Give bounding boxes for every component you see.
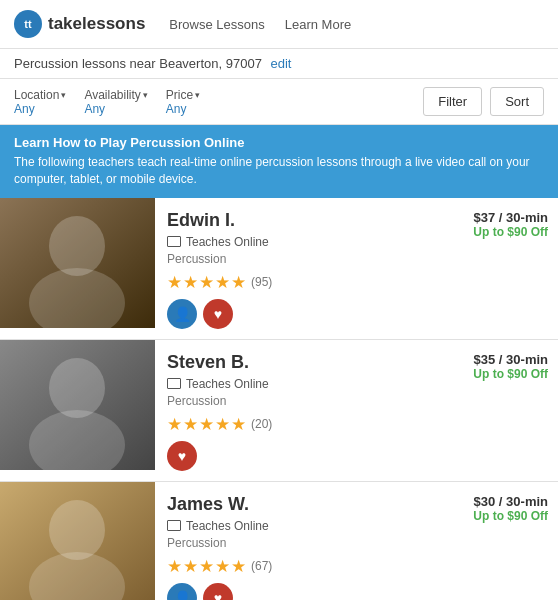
teacher-list: $37 / 30-min Up to $90 Off Edwin I. Teac… xyxy=(0,198,558,600)
location-filter-label: Location ▾ xyxy=(14,88,66,102)
contact-icon[interactable]: 👤 xyxy=(167,299,197,329)
stars-row: ★★★★★ (95) xyxy=(167,272,548,293)
teacher-price: $37 / 30-min xyxy=(473,210,548,225)
action-icons: 👤♥ xyxy=(167,583,548,600)
monitor-icon xyxy=(167,378,181,389)
teaches-online-label: Teaches Online xyxy=(186,377,269,391)
star-rating: ★★★★★ xyxy=(167,556,247,577)
svg-point-1 xyxy=(49,216,105,276)
teacher-card: $37 / 30-min Up to $90 Off Edwin I. Teac… xyxy=(0,198,558,340)
svg-point-7 xyxy=(49,500,105,560)
teacher-subject: Percussion xyxy=(167,536,548,550)
favorite-icon[interactable]: ♥ xyxy=(203,583,233,600)
teacher-photo-3[interactable] xyxy=(0,482,155,600)
availability-filter-label: Availability ▾ xyxy=(84,88,147,102)
teacher-discount: Up to $90 Off xyxy=(473,509,548,523)
teaches-online-label: Teaches Online xyxy=(186,235,269,249)
availability-filter[interactable]: Availability ▾ Any xyxy=(84,88,147,116)
teacher-photo-2[interactable] xyxy=(0,340,155,470)
review-count: (20) xyxy=(251,417,272,431)
banner-description: The following teachers teach real-time o… xyxy=(14,154,544,188)
info-banner: Learn How to Play Percussion Online The … xyxy=(0,125,558,198)
location-filter-value: Any xyxy=(14,102,66,116)
price-filter-value: Any xyxy=(166,102,200,116)
teacher-card: $30 / 30-min Up to $90 Off James W. Teac… xyxy=(0,482,558,600)
location-filter[interactable]: Location ▾ Any xyxy=(14,88,66,116)
filter-bar: Location ▾ Any Availability ▾ Any Price … xyxy=(0,79,558,125)
action-icons: ♥ xyxy=(167,441,548,471)
teacher-info-3: $30 / 30-min Up to $90 Off James W. Teac… xyxy=(155,482,558,600)
monitor-icon xyxy=(167,520,181,531)
header: tt takelessons Browse Lessons Learn More xyxy=(0,0,558,49)
contact-icon[interactable]: 👤 xyxy=(167,583,197,600)
edit-location-link[interactable]: edit xyxy=(271,56,292,71)
star-rating: ★★★★★ xyxy=(167,272,247,293)
monitor-icon xyxy=(167,236,181,247)
main-nav: Browse Lessons Learn More xyxy=(169,17,351,32)
price-filter-label: Price ▾ xyxy=(166,88,200,102)
favorite-icon[interactable]: ♥ xyxy=(167,441,197,471)
nav-browse-lessons[interactable]: Browse Lessons xyxy=(169,17,264,32)
stars-row: ★★★★★ (67) xyxy=(167,556,548,577)
logo-icon: tt xyxy=(14,10,42,38)
banner-title: Learn How to Play Percussion Online xyxy=(14,135,544,150)
price-chevron-icon: ▾ xyxy=(195,90,200,100)
teacher-info-1: $37 / 30-min Up to $90 Off Edwin I. Teac… xyxy=(155,198,558,339)
teacher-card: $35 / 30-min Up to $90 Off Steven B. Tea… xyxy=(0,340,558,482)
favorite-icon[interactable]: ♥ xyxy=(203,299,233,329)
teacher-price: $30 / 30-min xyxy=(473,494,548,509)
logo[interactable]: tt takelessons xyxy=(14,10,145,38)
action-icons: 👤♥ xyxy=(167,299,548,329)
filter-buttons: Filter Sort xyxy=(423,87,544,116)
teaches-online-label: Teaches Online xyxy=(186,519,269,533)
svg-point-4 xyxy=(49,358,105,418)
teacher-discount: Up to $90 Off xyxy=(473,225,548,239)
price-filter[interactable]: Price ▾ Any xyxy=(166,88,200,116)
filter-button[interactable]: Filter xyxy=(423,87,482,116)
teacher-discount: Up to $90 Off xyxy=(473,367,548,381)
location-text: Percussion lessons near Beaverton, 97007 xyxy=(14,56,262,71)
location-bar: Percussion lessons near Beaverton, 97007… xyxy=(0,49,558,79)
sort-button[interactable]: Sort xyxy=(490,87,544,116)
teacher-subject: Percussion xyxy=(167,252,548,266)
teacher-photo-1[interactable] xyxy=(0,198,155,328)
stars-row: ★★★★★ (20) xyxy=(167,414,548,435)
nav-learn-more[interactable]: Learn More xyxy=(285,17,351,32)
teacher-subject: Percussion xyxy=(167,394,548,408)
logo-text: takelessons xyxy=(48,14,145,34)
review-count: (95) xyxy=(251,275,272,289)
location-chevron-icon: ▾ xyxy=(61,90,66,100)
star-rating: ★★★★★ xyxy=(167,414,247,435)
teacher-price: $35 / 30-min xyxy=(473,352,548,367)
availability-filter-value: Any xyxy=(84,102,147,116)
teacher-info-2: $35 / 30-min Up to $90 Off Steven B. Tea… xyxy=(155,340,558,481)
review-count: (67) xyxy=(251,559,272,573)
availability-chevron-icon: ▾ xyxy=(143,90,148,100)
